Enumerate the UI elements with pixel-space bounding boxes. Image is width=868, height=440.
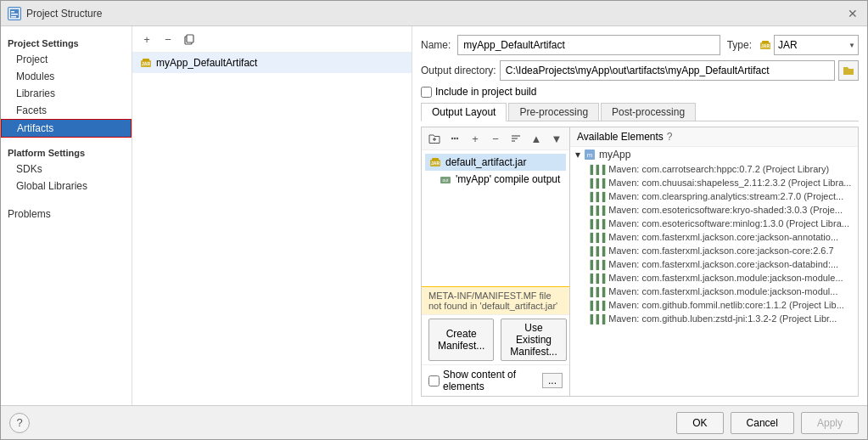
available-item-label-10: Maven: com.github.fommil.netlib:core:1.1…: [608, 300, 844, 310]
layout-remove-btn[interactable]: −: [486, 129, 505, 148]
tree-item-compile[interactable]: out 'myApp' compile output: [425, 171, 566, 188]
sidebar-item-global-libraries[interactable]: Global Libraries: [1, 178, 132, 195]
module-icon: m: [584, 149, 596, 161]
available-item-10[interactable]: ▐▐▐ Maven: com.github.fommil.netlib:core…: [570, 298, 858, 312]
available-group-myapp[interactable]: ▾ m myApp: [570, 147, 858, 162]
project-structure-window: Project Structure ✕ Project Settings Pro…: [0, 0, 868, 440]
platform-settings-label: Platform Settings: [1, 143, 132, 161]
sidebar-item-artifacts[interactable]: Artifacts: [1, 119, 132, 138]
help-button[interactable]: ?: [9, 413, 30, 433]
artifact-list-panel: + − JAR myApp_DefaultArtifact: [132, 26, 412, 405]
lib-icon-0: ▐▐▐: [587, 165, 605, 174]
svg-text:JAR: JAR: [761, 43, 770, 48]
available-item-label-0: Maven: com.carrotsearch:hppc:0.7.2 (Proj…: [608, 164, 829, 174]
show-content-options-button[interactable]: ...: [542, 373, 563, 388]
tree-item-jar[interactable]: JAR default_artifact.jar: [425, 154, 566, 171]
tab-output-layout[interactable]: Output Layout: [421, 103, 507, 121]
remove-artifact-button[interactable]: −: [159, 30, 177, 48]
add-artifact-button[interactable]: +: [137, 30, 156, 48]
sidebar-item-problems[interactable]: Problems: [1, 203, 132, 223]
available-item-3[interactable]: ▐▐▐ Maven: com.esotericsoftware:kryo-sha…: [570, 203, 858, 217]
output-dir-input[interactable]: [500, 60, 835, 81]
name-row: Name: Type: JAR JAR: [421, 35, 859, 55]
show-content-label: Show content of elements: [443, 369, 539, 392]
svg-point-15: [454, 138, 456, 139]
manifest-buttons-row: Create Manifest... Use Existing Manifest…: [422, 314, 569, 364]
use-existing-manifest-button[interactable]: Use Existing Manifest...: [501, 319, 566, 361]
sort-icon: [510, 133, 522, 144]
available-list: ▾ m myApp ▐▐▐ Maven: com.carrotsearch:hp…: [570, 147, 858, 396]
available-item-2[interactable]: ▐▐▐ Maven: com.clearspring.analytics:str…: [570, 189, 858, 203]
available-group-label: myApp: [599, 149, 630, 161]
browse-dir-button[interactable]: [838, 60, 859, 81]
available-item-label-6: Maven: com.fasterxml.jackson.core:jackso…: [608, 245, 833, 256]
svg-rect-5: [187, 35, 193, 42]
sidebar-item-libraries[interactable]: Libraries: [1, 85, 132, 102]
close-button[interactable]: ✕: [845, 6, 860, 21]
type-select[interactable]: JAR: [774, 35, 859, 55]
artifact-toolbar: + −: [132, 26, 412, 53]
sidebar-item-modules[interactable]: Modules: [1, 68, 132, 85]
available-item-9[interactable]: ▐▐▐ Maven: com.fasterxml.jackson.module:…: [570, 285, 858, 298]
available-item-0[interactable]: ▐▐▐ Maven: com.carrotsearch:hppc:0.7.2 (…: [570, 162, 858, 176]
available-elements-header: Available Elements ?: [570, 127, 858, 147]
svg-rect-2: [11, 14, 18, 15]
lib-icon-1: ▐▐▐: [587, 178, 605, 188]
available-item-4[interactable]: ▐▐▐ Maven: com.esotericsoftware:minlog:1…: [570, 217, 858, 230]
available-item-11[interactable]: ▐▐▐ Maven: com.github.luben:zstd-jni:1.3…: [570, 312, 858, 325]
show-content-checkbox[interactable]: [428, 375, 440, 386]
lib-icon-5: ▐▐▐: [587, 233, 605, 242]
artifact-list-item[interactable]: JAR myApp_DefaultArtifact: [132, 53, 412, 73]
layout-up-btn[interactable]: ▲: [527, 129, 546, 148]
create-manifest-button[interactable]: Create Manifest...: [428, 319, 494, 361]
lib-icon-9: ▐▐▐: [587, 287, 605, 296]
available-item-6[interactable]: ▐▐▐ Maven: com.fasterxml.jackson.core:ja…: [570, 244, 858, 257]
svg-point-16: [456, 138, 458, 139]
layout-btn-2[interactable]: [445, 129, 464, 148]
svg-rect-3: [11, 16, 16, 18]
available-item-1[interactable]: ▐▐▐ Maven: com.chuusai:shapeless_2.11:2.…: [570, 176, 858, 189]
svg-text:m: m: [587, 151, 593, 159]
layout-add-btn[interactable]: +: [466, 129, 484, 148]
warning-bar: META-INF/MANIFEST.MF file not found in '…: [422, 286, 569, 314]
available-item-label-7: Maven: com.fasterxml.jackson.core:jackso…: [608, 259, 838, 269]
ok-button[interactable]: OK: [676, 412, 723, 434]
layout-down-btn[interactable]: ▼: [547, 129, 566, 148]
sidebar-item-sdks[interactable]: SDKs: [1, 161, 132, 178]
artifact-name: myApp_DefaultArtifact: [156, 57, 257, 69]
jar-type-icon: JAR: [759, 38, 772, 52]
available-item-label-11: Maven: com.github.luben:zstd-jni:1.3.2-2…: [608, 313, 837, 324]
svg-rect-1: [11, 11, 14, 13]
tab-pre-processing[interactable]: Pre-processing: [508, 103, 599, 121]
lib-icon-7: ▐▐▐: [587, 260, 605, 269]
layout-btn-1[interactable]: [425, 129, 444, 148]
type-select-wrapper: JAR JAR: [759, 35, 859, 55]
tab-post-processing[interactable]: Post-processing: [601, 103, 696, 121]
compile-output-icon: out: [439, 172, 452, 186]
svg-text:out: out: [443, 178, 450, 183]
available-item-label-4: Maven: com.esotericsoftware:minlog:1.3.0…: [608, 218, 849, 228]
sidebar-item-facets[interactable]: Facets: [1, 102, 132, 119]
svg-text:JAR: JAR: [431, 161, 440, 166]
group-collapse-icon: ▾: [575, 149, 580, 161]
copy-artifact-button[interactable]: [180, 30, 199, 48]
title-bar: Project Structure ✕: [1, 1, 867, 26]
jar-file-icon: JAR: [428, 155, 442, 169]
available-item-8[interactable]: ▐▐▐ Maven: com.fasterxml.jackson.module:…: [570, 271, 858, 285]
available-item-7[interactable]: ▐▐▐ Maven: com.fasterxml.jackson.core:ja…: [570, 257, 858, 271]
include-build-label: Include in project build: [435, 86, 536, 98]
cancel-button[interactable]: Cancel: [731, 412, 794, 434]
window-icon: [8, 7, 21, 20]
create-dir-icon: [428, 133, 440, 144]
available-item-5[interactable]: ▐▐▐ Maven: com.fasterxml.jackson.core:ja…: [570, 230, 858, 244]
lib-icon-2: ▐▐▐: [587, 192, 605, 201]
apply-button[interactable]: Apply: [801, 412, 859, 434]
layout-sort-btn[interactable]: [507, 129, 525, 148]
lib-icon-3: ▐▐▐: [587, 206, 605, 215]
tabs-bar: Output Layout Pre-processing Post-proces…: [421, 103, 859, 121]
sidebar-item-project[interactable]: Project: [1, 51, 132, 68]
help-info-icon[interactable]: ?: [667, 131, 673, 143]
window-title: Project Structure: [26, 8, 840, 20]
include-build-checkbox[interactable]: [421, 87, 432, 98]
name-input[interactable]: [457, 35, 720, 55]
